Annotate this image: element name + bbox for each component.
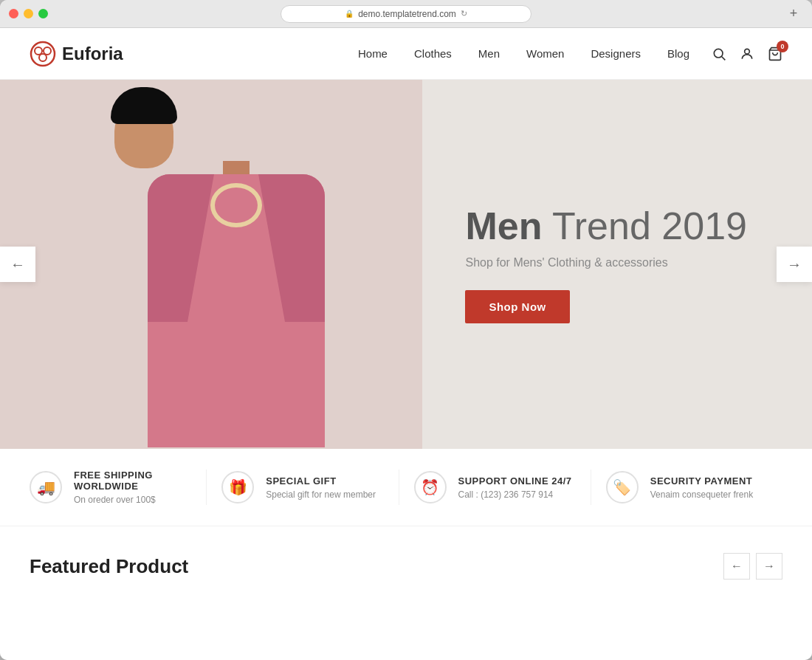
logo[interactable]: Euforia — [30, 41, 123, 67]
hero-content: Men Trend 2019 Shop for Mens' Clothing &… — [465, 205, 747, 323]
shipping-icon: 🚚 — [30, 471, 62, 503]
url-text: demo.templatetrend.com — [358, 9, 456, 19]
nav-designers[interactable]: Designers — [591, 47, 641, 60]
featured-section: Featured Product ← → — [0, 526, 812, 594]
shipping-desc: On oreder over 100$ — [74, 495, 191, 505]
user-button[interactable] — [740, 47, 754, 61]
support-title: SUPPORT ONLINE 24/7 — [458, 475, 572, 487]
site-header: Euforia Home Clothes Men Women Designers… — [0, 28, 812, 80]
browser-controls — [9, 9, 48, 18]
suit-lapel-left — [148, 174, 214, 322]
nav-women[interactable]: Women — [526, 47, 564, 60]
hero-title-bold: Men — [465, 204, 542, 247]
right-arrow-icon: → — [787, 256, 802, 273]
new-tab-button[interactable]: + — [784, 4, 803, 24]
security-title: SECURITY PAYMENT — [650, 475, 753, 487]
svg-point-3 — [39, 54, 47, 61]
feature-security: 🏷️ SECURITY PAYMENT Venaim consequeter f… — [591, 470, 782, 505]
svg-line-5 — [722, 56, 726, 60]
feature-support: ⏰ SUPPORT ONLINE 24/7 Call : (123) 236 7… — [399, 470, 591, 505]
hero-section: ← Men Trend 2019 Shop for Mens' Clothing… — [0, 80, 812, 449]
gift-icon: 🎁 — [221, 471, 254, 503]
refresh-icon[interactable]: ↻ — [461, 9, 467, 18]
hero-subtitle: Shop for Mens' Clothing & accessories — [465, 256, 747, 269]
logo-text: Euforia — [62, 44, 123, 64]
hero-title: Men Trend 2019 — [465, 205, 747, 247]
nav-men[interactable]: Men — [478, 47, 500, 60]
cart-button[interactable]: 0 — [768, 47, 782, 61]
featured-title: Featured Product — [30, 555, 188, 578]
featured-prev-button[interactable]: ← — [723, 553, 750, 580]
svg-point-4 — [714, 49, 723, 58]
security-desc: Venaim consequeter frenk — [650, 489, 753, 500]
search-icon — [712, 47, 726, 61]
featured-next-button[interactable]: → — [756, 553, 782, 580]
svg-point-2 — [44, 47, 51, 55]
minimize-button[interactable] — [24, 9, 33, 18]
shop-now-button[interactable]: Shop Now — [465, 290, 569, 323]
nav-home[interactable]: Home — [358, 47, 388, 60]
feature-gift: 🎁 SPECIAL GIFT Special gift for new memb… — [207, 470, 399, 505]
support-desc: Call : (123) 236 757 914 — [458, 489, 572, 500]
nav-clothes[interactable]: Clothes — [414, 47, 452, 60]
support-text: SUPPORT ONLINE 24/7 Call : (123) 236 757… — [458, 475, 572, 500]
suit-lapel-right — [258, 174, 325, 322]
model-necklace — [210, 183, 262, 227]
maximize-button[interactable] — [38, 9, 48, 18]
search-button[interactable] — [712, 47, 726, 61]
shipping-title: FREE SHIPPING WORLDWIDE — [74, 470, 191, 492]
svg-point-6 — [745, 49, 750, 54]
features-bar: 🚚 FREE SHIPPING WORLDWIDE On oreder over… — [0, 449, 812, 526]
svg-point-1 — [35, 47, 42, 55]
model-hair — [111, 87, 177, 124]
logo-icon — [30, 41, 56, 67]
url-bar[interactable]: 🔒 demo.templatetrend.com ↻ — [281, 5, 531, 23]
gift-title: SPECIAL GIFT — [266, 475, 376, 487]
featured-nav: ← → — [723, 553, 782, 580]
cart-badge: 0 — [777, 41, 788, 52]
nav-blog[interactable]: Blog — [667, 47, 689, 60]
website-content: Euforia Home Clothes Men Women Designers… — [0, 28, 812, 660]
featured-header: Featured Product ← → — [30, 553, 782, 580]
close-button[interactable] — [9, 9, 18, 18]
left-arrow-icon: ← — [10, 256, 25, 273]
hero-next-button[interactable]: → — [777, 247, 812, 282]
lock-icon: 🔒 — [345, 10, 354, 18]
user-icon — [740, 47, 754, 61]
hero-title-rest: Trend 2019 — [542, 204, 747, 247]
browser-window: 🔒 demo.templatetrend.com ↻ + Euforia Hom… — [0, 0, 812, 660]
gift-desc: Special gift for new member — [266, 489, 376, 500]
feature-shipping: 🚚 FREE SHIPPING WORLDWIDE On oreder over… — [30, 470, 207, 505]
support-icon: ⏰ — [414, 471, 447, 503]
shipping-text: FREE SHIPPING WORLDWIDE On oreder over 1… — [74, 470, 191, 505]
gift-text: SPECIAL GIFT Special gift for new member — [266, 475, 376, 500]
model-figure — [111, 87, 362, 449]
browser-titlebar: 🔒 demo.templatetrend.com ↻ + — [0, 0, 812, 28]
hero-image — [0, 80, 422, 449]
security-text: SECURITY PAYMENT Venaim consequeter fren… — [650, 475, 753, 500]
header-icons: 0 — [712, 47, 782, 61]
hero-prev-button[interactable]: ← — [0, 247, 35, 282]
main-nav: Home Clothes Men Women Designers Blog — [358, 47, 689, 60]
security-icon: 🏷️ — [606, 471, 639, 503]
